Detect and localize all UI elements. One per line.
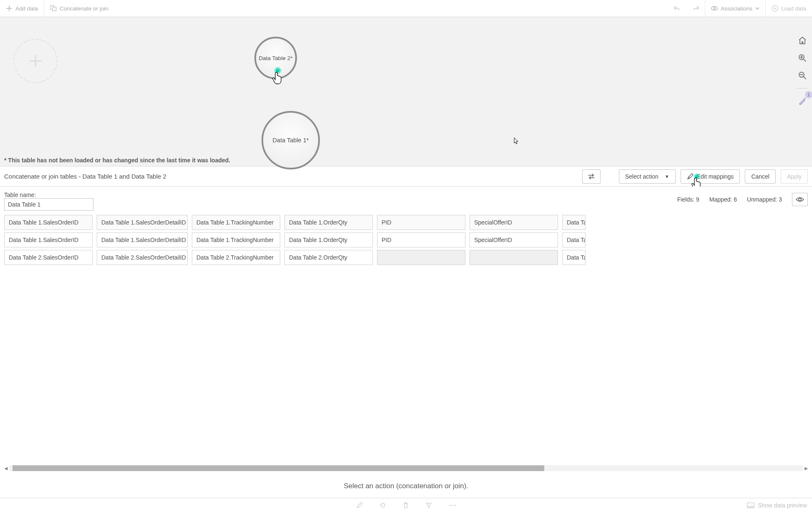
mapping-column: SpecialOfferID SpecialOfferID [470, 215, 558, 265]
column-header[interactable]: SpecialOfferID [470, 215, 558, 230]
eye-icon [796, 197, 804, 202]
column-cell-empty[interactable] [470, 250, 558, 265]
column-cell[interactable]: Data Table 1.TrackingNumber [192, 232, 280, 247]
edit-mappings-button[interactable]: Edit mappings [681, 169, 740, 184]
cancel-button[interactable]: Cancel [745, 169, 776, 184]
column-cell[interactable]: Data Table 2.TrackingNumber [192, 250, 280, 265]
undo-icon [674, 5, 681, 12]
table-name-label: Table name: [4, 192, 677, 198]
top-toolbar: Add data Concatenate or join Association [0, 0, 812, 17]
horizontal-scrollbar[interactable]: ◀ ▶ [4, 464, 808, 474]
column-cell[interactable]: PID [377, 232, 465, 247]
swap-tables-button[interactable] [582, 169, 601, 184]
column-cell[interactable]: Data Table 1.SalesOrderID [4, 232, 93, 247]
column-header[interactable]: Data Table 1.OrderQty [284, 215, 373, 230]
redo-icon [692, 5, 699, 12]
svg-point-3 [714, 7, 717, 10]
tables-icon [50, 5, 57, 12]
add-data-label: Add data [15, 5, 38, 12]
undo-button[interactable] [668, 0, 686, 17]
scroll-track[interactable] [9, 465, 803, 471]
show-preview-label: Show data preview [758, 502, 807, 509]
select-action-dropdown[interactable]: Select action ▼ [619, 169, 676, 184]
toggle-visibility-button[interactable] [792, 193, 808, 206]
column-cell-empty[interactable] [377, 250, 465, 265]
unmapped-label: Unmapped: [747, 196, 777, 203]
column-header[interactable]: Data Table 1.TrackingNumber [192, 215, 280, 230]
column-cell[interactable]: Data Table 2.SalesOrderDetailID [97, 250, 188, 265]
chevron-down-icon: ▼ [665, 174, 669, 179]
more-icon[interactable] [449, 504, 456, 507]
column-cell[interactable]: Data Table 1.SalesOrderDetailID [97, 232, 188, 247]
cancel-label: Cancel [751, 173, 769, 180]
show-data-preview-button[interactable]: Show data preview [747, 502, 807, 509]
column-header[interactable]: Data Ta [562, 215, 586, 230]
column-header[interactable]: PID [377, 215, 465, 230]
table-bubble-1[interactable]: Data Table 1* [261, 111, 320, 169]
apply-button[interactable]: Apply [781, 169, 808, 184]
home-button[interactable] [797, 35, 807, 45]
column-cell[interactable]: Data Ta [562, 250, 586, 265]
add-data-button[interactable]: Add data [0, 0, 44, 17]
zoom-in-button[interactable] [797, 53, 807, 63]
mapped-label: Mapped: [709, 196, 732, 203]
associations-button[interactable]: Associations [705, 0, 765, 17]
zoom-out-button[interactable] [797, 71, 807, 81]
column-header[interactable]: Data Table 1.SalesOrderDetailID [97, 215, 188, 230]
scroll-thumb[interactable] [13, 465, 544, 471]
add-table-bubble[interactable] [13, 39, 58, 83]
column-cell[interactable]: Data Ta [562, 232, 586, 247]
bottom-toolbar: Show data preview [0, 498, 812, 512]
refresh-icon[interactable] [380, 502, 386, 509]
filter-icon[interactable] [425, 502, 432, 509]
chevron-down-icon [755, 7, 759, 10]
column-cell[interactable]: Data Table 1.OrderQty [284, 232, 373, 247]
table-bubble-2[interactable]: Data Table 2* [254, 37, 297, 79]
play-icon [772, 5, 778, 12]
column-cell[interactable]: Data Table 2.SalesOrderID [4, 250, 93, 265]
side-divider [797, 88, 808, 88]
field-stats: Fields: 9 Mapped: 6 Unmapped: 3 [677, 193, 808, 206]
column-cell[interactable]: Data Table 2.OrderQty [284, 250, 373, 265]
panel-title: Concatenate or join tables - Data Table … [4, 173, 577, 180]
svg-point-7 [799, 198, 801, 201]
canvas-footnote: * This table has not been loaded or has … [4, 157, 230, 164]
mapping-column: Data Table 1.TrackingNumber Data Table 1… [192, 215, 280, 265]
select-action-label: Select action [625, 173, 659, 180]
mapped-value: 6 [734, 196, 737, 203]
edit-icon[interactable] [356, 502, 363, 509]
swap-icon [588, 174, 595, 179]
delete-icon[interactable] [403, 502, 409, 509]
mapping-column: PID PID [377, 215, 465, 265]
mapping-area: Table name: Fields: 9 Mapped: 6 Unmapped… [0, 187, 812, 474]
column-cell[interactable]: SpecialOfferID [470, 232, 558, 247]
data-model-canvas[interactable]: Data Table 2* Data Table 1* * This table… [0, 17, 812, 166]
concatenate-join-button[interactable]: Concatenate or join [44, 0, 114, 17]
column-header[interactable]: Data Table 1.SalesOrderID [4, 215, 93, 230]
apply-label: Apply [787, 173, 802, 180]
mapping-column: Data Table 1.SalesOrderDetailID Data Tab… [97, 215, 188, 265]
canvas-side-tools: 1 [793, 35, 812, 106]
pencil-icon [687, 173, 694, 180]
table-name-input[interactable] [4, 198, 93, 211]
bubble-1-label: Data Table 1* [273, 137, 309, 144]
concat-join-label: Concatenate or join [60, 5, 108, 12]
hint-text: Select an action (concatenation or join)… [344, 482, 468, 490]
mapping-column: Data Ta Data Ta Data Ta [562, 215, 586, 265]
mouse-cursor-icon [514, 137, 519, 144]
associations-icon [711, 5, 718, 12]
preview-icon [747, 502, 754, 508]
plus-icon [6, 5, 13, 12]
mapping-column: Data Table 1.SalesOrderID Data Table 1.S… [4, 215, 93, 265]
svg-point-10 [454, 504, 455, 506]
redo-button[interactable] [686, 0, 705, 17]
associations-label: Associations [721, 5, 752, 12]
mapping-column: Data Table 1.OrderQty Data Table 1.Order… [284, 215, 373, 265]
load-data-button[interactable]: Load data [766, 0, 812, 17]
scroll-right-icon[interactable]: ▶ [804, 466, 808, 471]
recommendations-wrap: 1 [797, 96, 807, 106]
unmapped-value: 3 [779, 196, 782, 203]
scroll-left-icon[interactable]: ◀ [4, 466, 8, 471]
load-data-label: Load data [781, 5, 806, 12]
magic-wand-icon [798, 97, 807, 105]
